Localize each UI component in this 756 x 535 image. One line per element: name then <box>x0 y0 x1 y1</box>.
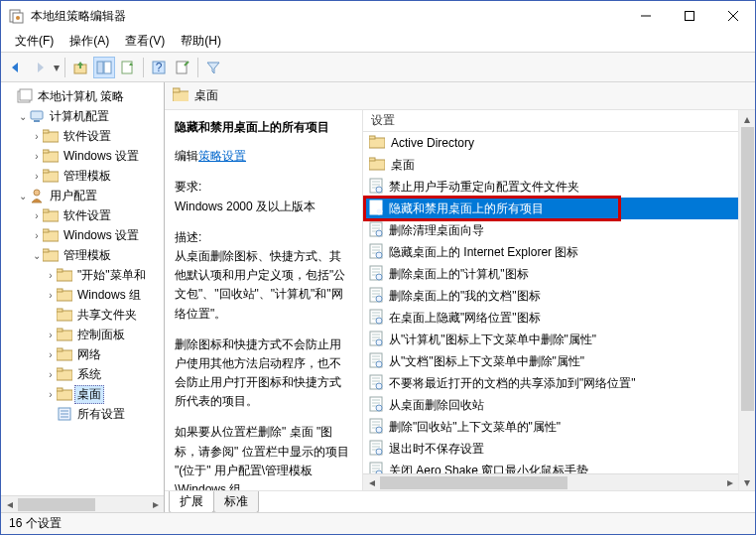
tree-root[interactable]: 本地计算机 策略 <box>1 86 164 106</box>
history-dropdown-icon[interactable]: ▾ <box>53 61 61 74</box>
settings-row[interactable]: 禁止用户手动重定向配置文件文件夹 <box>363 176 738 198</box>
policy-icon <box>369 178 383 197</box>
svg-rect-13 <box>177 62 187 73</box>
menu-help[interactable]: 帮助(H) <box>173 31 229 52</box>
tree-u-admin[interactable]: ⌄管理模板 <box>1 245 164 265</box>
policy-icon <box>369 374 383 393</box>
settings-row-label: 禁止用户手动重定向配置文件文件夹 <box>389 179 579 196</box>
settings-list[interactable]: Active Directory桌面禁止用户手动重定向配置文件文件夹隐藏和禁用桌… <box>363 132 738 473</box>
scroll-right-icon[interactable]: ▸ <box>721 473 738 490</box>
svg-rect-42 <box>57 368 63 371</box>
tree-h-scrollbar[interactable]: ◂ ▸ <box>1 495 164 512</box>
show-hide-tree-button[interactable] <box>93 57 115 78</box>
scroll-down-icon[interactable]: ▾ <box>739 473 755 490</box>
settings-row[interactable]: 不要将最近打开的文档的共享添加到"网络位置" <box>363 372 738 394</box>
tree-u-net[interactable]: ›网络 <box>1 344 164 364</box>
settings-row[interactable]: 退出时不保存设置 <box>363 438 738 460</box>
maximize-button[interactable] <box>668 1 711 31</box>
console-tree[interactable]: 本地计算机 策略 ⌄计算机配置 ›软件设置 ›Windows 设置 ›管理模板 … <box>1 82 164 428</box>
edit-policy-link[interactable]: 策略设置 <box>198 149 246 163</box>
settings-row[interactable]: 删除桌面上的"计算机"图标 <box>363 263 738 285</box>
tree-computer-config[interactable]: ⌄计算机配置 <box>1 106 164 126</box>
svg-point-64 <box>376 208 382 214</box>
settings-row-label: 不要将最近打开的文档的共享添加到"网络位置" <box>389 375 636 392</box>
settings-row[interactable]: 从"计算机"图标上下文菜单中删除"属性" <box>363 329 738 350</box>
status-bar: 16 个设置 <box>1 512 755 534</box>
svg-point-74 <box>376 252 382 258</box>
filter-button[interactable] <box>202 57 224 78</box>
tree-u-software[interactable]: ›软件设置 <box>1 205 164 225</box>
status-text: 16 个设置 <box>9 515 62 532</box>
back-button[interactable] <box>5 57 27 78</box>
tree-u-windows[interactable]: ›Windows 设置 <box>1 225 164 245</box>
close-button[interactable] <box>711 1 755 31</box>
scroll-left-icon[interactable]: ◂ <box>1 495 18 512</box>
settings-row[interactable]: 从"文档"图标上下文菜单中删除"属性" <box>363 350 738 372</box>
menu-file[interactable]: 文件(F) <box>7 31 62 52</box>
tree-u-cp[interactable]: ›控制面板 <box>1 325 164 344</box>
help-button[interactable]: ? <box>148 57 170 78</box>
svg-text:?: ? <box>156 61 163 74</box>
tree-u-shared[interactable]: 共享文件夹 <box>1 305 164 325</box>
settings-row[interactable]: 从桌面删除回收站 <box>363 394 738 416</box>
tree-u-start[interactable]: ›"开始"菜单和 <box>1 265 164 285</box>
settings-row[interactable]: 删除"回收站"上下文菜单的"属性" <box>363 416 738 438</box>
settings-row[interactable]: 桌面 <box>363 154 738 176</box>
properties-button[interactable] <box>172 57 193 78</box>
menu-view[interactable]: 查看(V) <box>117 31 173 52</box>
forward-button[interactable] <box>29 57 51 78</box>
tree-u-desktop[interactable]: ›桌面 <box>1 384 164 404</box>
detail-title: 隐藏和禁用桌面上的所有项目 <box>175 118 352 137</box>
svg-rect-54 <box>369 158 375 161</box>
export-button[interactable] <box>117 57 139 78</box>
tree-c-admin[interactable]: ›管理模板 <box>1 166 164 186</box>
policy-icon <box>369 331 383 349</box>
svg-rect-23 <box>43 170 49 173</box>
toolbar: ▾ ? <box>1 53 755 82</box>
settings-row[interactable]: 隐藏和禁用桌面上的所有项目 <box>363 198 738 219</box>
settings-column-header[interactable]: 设置 <box>363 110 738 132</box>
settings-row-label: 删除桌面上的"我的文档"图标 <box>389 288 541 305</box>
tree-pane: 本地计算机 策略 ⌄计算机配置 ›软件设置 ›Windows 设置 ›管理模板 … <box>1 82 165 512</box>
policy-icon <box>369 200 383 218</box>
svg-rect-9 <box>104 62 111 73</box>
settings-row[interactable]: 隐藏桌面上的 Internet Explorer 图标 <box>363 241 738 263</box>
policy-icon <box>369 418 383 437</box>
scroll-left-icon[interactable]: ◂ <box>363 473 380 490</box>
svg-rect-50 <box>173 88 180 92</box>
menu-action[interactable]: 操作(A) <box>62 31 117 52</box>
description-p3: 如果要从位置栏删除" 桌面 "图标，请参阅" 位置栏中显示的项目 "(位于" 用… <box>175 423 352 490</box>
tab-extended[interactable]: 扩展 <box>169 491 214 513</box>
tree-c-software[interactable]: ›软件设置 <box>1 126 164 146</box>
svg-rect-30 <box>43 249 49 252</box>
description-p2: 删除图标和快捷方式不会防止用户使用其他方法启动程序，也不会防止用户打开图标和快捷… <box>175 335 352 412</box>
list-v-scrollbar[interactable]: ▴ ▾ <box>738 110 755 490</box>
settings-row-label: 从桌面删除回收站 <box>389 397 484 414</box>
svg-point-69 <box>376 230 382 236</box>
settings-row[interactable]: Active Directory <box>363 132 738 154</box>
up-button[interactable] <box>69 57 91 78</box>
settings-row[interactable]: 删除桌面上的"我的文档"图标 <box>363 285 738 307</box>
settings-row[interactable]: 关闭 Aero Shake 窗口最小化鼠标手势 <box>363 460 738 473</box>
settings-row[interactable]: 在桌面上隐藏"网络位置"图标 <box>363 307 738 329</box>
svg-rect-36 <box>57 309 63 312</box>
tab-standard[interactable]: 标准 <box>213 491 259 513</box>
settings-row[interactable]: 删除清理桌面向导 <box>363 219 738 241</box>
requirements-label: 要求: <box>175 178 352 197</box>
tree-u-wincomp[interactable]: ›Windows 组 <box>1 285 164 305</box>
folder-icon <box>173 87 189 104</box>
tree-u-all[interactable]: 所有设置 <box>1 404 164 424</box>
scroll-right-icon[interactable]: ▸ <box>147 495 164 512</box>
scroll-up-icon[interactable]: ▴ <box>739 110 755 127</box>
result-pane: 桌面 隐藏和禁用桌面上的所有项目 编辑策略设置 要求: Windows 2000… <box>165 82 755 512</box>
list-h-scrollbar[interactable]: ◂ ▸ <box>363 473 738 490</box>
tree-user-config[interactable]: ⌄用户配置 <box>1 186 164 205</box>
tree-u-sys[interactable]: ›系统 <box>1 364 164 384</box>
minimize-button[interactable] <box>624 1 668 31</box>
settings-row-label: 关闭 Aero Shake 窗口最小化鼠标手势 <box>389 463 588 474</box>
settings-row-label: Active Directory <box>391 136 474 150</box>
policy-icon <box>369 352 383 371</box>
tree-c-windows[interactable]: ›Windows 设置 <box>1 146 164 166</box>
svg-rect-4 <box>686 12 694 21</box>
svg-rect-32 <box>57 269 63 272</box>
